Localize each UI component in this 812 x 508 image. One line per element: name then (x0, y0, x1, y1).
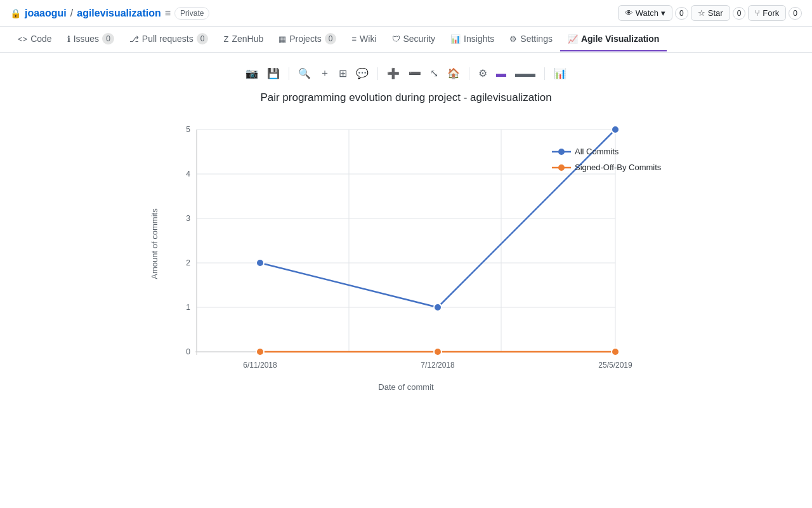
x-axis-title: Date of commit (378, 382, 434, 392)
signed-off-dot-2[interactable] (612, 348, 619, 356)
watch-count: 0 (675, 7, 688, 20)
tab-pr-label: Pull requests (142, 34, 193, 44)
wiki-icon: ≡ (351, 34, 357, 44)
camera-button[interactable]: 📷 (243, 66, 261, 81)
fork-count: 0 (789, 7, 802, 20)
star-button[interactable]: ☆ Star (691, 5, 730, 21)
legend-all-commits-label: All Commits (575, 147, 619, 156)
chart-svg: 0 1 2 3 4 5 Amount of commits 6/11/2018 … (146, 110, 666, 415)
watch-label: Watch (636, 8, 658, 18)
tab-security[interactable]: 🛡 Security (384, 27, 443, 51)
all-commits-dot-2[interactable] (612, 126, 619, 133)
show-closest-button[interactable]: ▬ (494, 67, 509, 81)
zoom-in-button[interactable]: ＋ (317, 65, 332, 81)
legend-all-commits-dot (558, 149, 565, 155)
star-label: Star (708, 8, 723, 18)
repo-name-link[interactable]: agilevisualization (77, 8, 160, 19)
save-button[interactable]: 💾 (265, 66, 282, 81)
tab-insights[interactable]: 📊 Insights (443, 27, 502, 51)
tab-wiki[interactable]: ≡ Wiki (344, 27, 384, 51)
bar-chart-button[interactable]: 📊 (551, 66, 569, 81)
tab-insights-label: Insights (464, 34, 494, 44)
star-icon: ☆ (698, 8, 705, 18)
x-label-1: 7/12/2018 (421, 361, 455, 370)
insights-icon: 📊 (450, 34, 461, 44)
tab-wiki-label: Wiki (360, 34, 376, 44)
legend-signed-dot (558, 164, 565, 171)
hamburger-icon[interactable]: ≡ (165, 8, 171, 19)
add-trace-button[interactable]: ➕ (384, 66, 402, 81)
y-label-1: 1 (186, 303, 190, 312)
legend-signed-label: Signed-Off-By Commits (575, 163, 662, 172)
signed-off-dot-0[interactable] (256, 348, 264, 356)
header-actions: 👁 Watch ▾ 0 ☆ Star 0 ⑂ Fork 0 (618, 5, 802, 21)
signed-off-dot-1[interactable] (434, 348, 442, 356)
tab-code[interactable]: <> Code (10, 27, 60, 51)
chart-wrapper: 0 1 2 3 4 5 Amount of commits 6/11/2018 … (146, 110, 666, 415)
lasso-button[interactable]: 💬 (353, 66, 371, 81)
watch-dropdown-icon: ▾ (661, 8, 665, 18)
spike-lines-button[interactable]: ⚙ (476, 66, 490, 81)
username-link[interactable]: joaaogui (25, 8, 67, 19)
separator: / (70, 8, 73, 19)
chart-title: Pair programming evolution during projec… (260, 91, 551, 104)
y-label-5: 5 (186, 125, 190, 134)
eye-icon: 👁 (625, 8, 633, 18)
tab-settings[interactable]: ⚙ Settings (502, 27, 560, 51)
chart-container: 📷 💾 🔍 ＋ ⊞ 💬 ➕ ➖ ⤡ 🏠 ⚙ ▬ ▬▬ 📊 Pair progra… (0, 53, 812, 428)
y-label-4: 4 (186, 170, 190, 178)
top-header: 🔒 joaaogui / agilevisualization ≡ Privat… (0, 0, 812, 27)
lock-icon: 🔒 (10, 8, 21, 18)
settings-icon: ⚙ (509, 34, 517, 44)
tab-zenhub-label: ZenHub (232, 34, 263, 44)
chart-toolbar: 📷 💾 🔍 ＋ ⊞ 💬 ➕ ➖ ⤡ 🏠 ⚙ ▬ ▬▬ 📊 (243, 65, 569, 81)
security-icon: 🛡 (392, 34, 400, 44)
toolbar-divider-2 (377, 67, 378, 80)
toolbar-divider-4 (544, 67, 545, 80)
all-commits-dot-1[interactable] (434, 304, 442, 311)
agile-viz-icon: 📈 (568, 34, 578, 44)
tab-projects[interactable]: ▦ Projects 0 (271, 27, 344, 52)
projects-icon: ▦ (278, 34, 286, 44)
private-badge: Private (174, 7, 209, 20)
tab-security-label: Security (403, 34, 436, 44)
toolbar-divider-1 (289, 67, 289, 80)
all-commits-dot-0[interactable] (256, 259, 264, 267)
y-label-0: 0 (186, 347, 190, 356)
y-axis-title: Amount of commits (150, 208, 159, 279)
fork-button[interactable]: ⑂ Fork (748, 5, 786, 21)
y-label-2: 2 (186, 258, 190, 267)
tab-agile-visualization[interactable]: 📈 Agile Visualization (560, 27, 667, 51)
tab-code-label: Code (30, 34, 51, 44)
tab-issues-label: Issues (74, 34, 99, 44)
tab-pull-requests[interactable]: ⎇ Pull requests 0 (122, 27, 216, 52)
tab-issues[interactable]: ℹ Issues 0 (60, 27, 122, 52)
reset-axes-button[interactable]: 🏠 (445, 66, 462, 81)
autoscale-button[interactable]: ⤡ (428, 66, 441, 81)
fork-icon: ⑂ (755, 8, 760, 18)
x-label-2: 25/5/2019 (598, 361, 632, 370)
x-label-0: 6/11/2018 (243, 361, 277, 370)
watch-button[interactable]: 👁 Watch ▾ (618, 5, 672, 21)
issues-icon: ℹ (67, 34, 70, 44)
code-icon: <> (18, 34, 27, 44)
projects-count: 0 (325, 33, 337, 44)
pr-icon: ⎇ (129, 34, 139, 44)
repo-title: 🔒 joaaogui / agilevisualization ≡ Privat… (10, 7, 209, 20)
zoom-button[interactable]: 🔍 (296, 66, 313, 81)
fork-label: Fork (763, 8, 779, 18)
nav-tabs: <> Code ℹ Issues 0 ⎇ Pull requests 0 Z Z… (0, 27, 812, 53)
zenhub-icon: Z (223, 34, 228, 44)
tab-zenhub[interactable]: Z ZenHub (216, 27, 271, 51)
tab-agile-viz-label: Agile Visualization (581, 34, 659, 44)
y-label-3: 3 (186, 214, 190, 223)
star-count: 0 (733, 7, 746, 20)
pr-count: 0 (197, 33, 209, 44)
issues-count: 0 (102, 33, 114, 44)
select-button[interactable]: ⊞ (336, 66, 350, 81)
tab-projects-label: Projects (289, 34, 322, 44)
compare-button[interactable]: ▬▬ (513, 67, 538, 81)
remove-trace-button[interactable]: ➖ (406, 66, 424, 81)
toolbar-divider-3 (469, 67, 469, 80)
tab-settings-label: Settings (520, 34, 553, 44)
